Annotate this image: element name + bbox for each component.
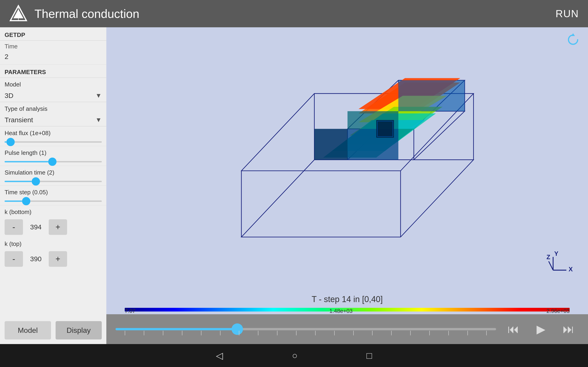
- k-bottom-stepper: - 394 +: [0, 217, 106, 237]
- tick: [467, 331, 468, 335]
- recents-icon: □: [367, 350, 372, 361]
- play-icon: ▶: [536, 323, 545, 336]
- colorbar-labels: 7.07 1.48e+03 2.96e+03: [125, 308, 570, 314]
- k-top-minus[interactable]: -: [5, 251, 23, 267]
- svg-marker-26: [398, 80, 465, 111]
- time-label: Time: [5, 43, 102, 50]
- app-logo: [9, 5, 27, 23]
- tick: [410, 331, 411, 335]
- bottom-buttons: Model Display: [0, 317, 106, 344]
- k-bottom-value: 394: [27, 223, 45, 231]
- time-field-group: Time 2: [0, 41, 106, 65]
- colorbar-min: 7.07: [125, 308, 136, 314]
- analysis-dropdown[interactable]: Transient ▼: [0, 114, 106, 126]
- recents-button[interactable]: □: [367, 350, 372, 361]
- svg-text:X: X: [569, 266, 573, 273]
- model-dropdown-arrow: ▼: [95, 92, 102, 99]
- viz-area: X Z Y: [106, 27, 588, 292]
- heat-flux-track[interactable]: [5, 141, 102, 143]
- pulse-length-fill: [5, 161, 48, 162]
- svg-text:Y: Y: [554, 250, 558, 257]
- analysis-value: Transient: [5, 116, 33, 124]
- svg-text:Z: Z: [546, 254, 550, 261]
- left-panel: GETDP Time 2 PARAMETERS Model 3D ▼ Type …: [0, 27, 106, 344]
- display-button[interactable]: Display: [56, 321, 102, 340]
- time-step-fill: [5, 200, 22, 202]
- tick: [239, 331, 239, 335]
- tick: [220, 331, 221, 335]
- tick-marks: [115, 331, 496, 335]
- sim-time-slider-container: [0, 177, 106, 186]
- colorbar-container: 7.07 1.48e+03 2.96e+03: [106, 305, 588, 314]
- tick: [391, 331, 392, 335]
- tick: [182, 331, 182, 335]
- analysis-dropdown-arrow: ▼: [95, 116, 102, 124]
- tick: [258, 331, 258, 335]
- back-icon: ◁: [216, 350, 223, 361]
- skip-back-icon: ⏮: [508, 323, 519, 336]
- tick: [448, 331, 449, 335]
- sim-time-thumb[interactable]: [32, 177, 40, 186]
- pulse-length-slider-container: [0, 158, 106, 166]
- colorbar-max: 2.96e+03: [546, 308, 570, 314]
- nav-bar: ◁ ○ □: [0, 344, 588, 367]
- run-button[interactable]: RUN: [556, 8, 579, 19]
- skip-forward-icon: ⏭: [563, 323, 574, 336]
- viz-3d: X Z Y: [106, 27, 588, 292]
- time-value: 2: [5, 51, 102, 62]
- k-top-plus[interactable]: +: [49, 251, 67, 267]
- sim-time-fill: [5, 181, 32, 182]
- time-step-label: Time step (0.05): [0, 186, 106, 197]
- main-content: GETDP Time 2 PARAMETERS Model 3D ▼ Type …: [0, 27, 588, 344]
- step-info: T - step 14 in [0,40]: [106, 292, 588, 305]
- tick: [315, 331, 316, 335]
- back-button[interactable]: ◁: [216, 350, 223, 361]
- home-icon: ○: [292, 350, 297, 361]
- progress-fill: [115, 328, 237, 330]
- model-label: Model: [0, 78, 106, 90]
- home-button[interactable]: ○: [292, 350, 297, 361]
- page-title: Thermal conduction: [35, 7, 556, 21]
- model-dropdown[interactable]: 3D ▼: [0, 90, 106, 102]
- k-bottom-minus[interactable]: -: [5, 219, 23, 235]
- tick: [125, 331, 125, 335]
- parameters-header: PARAMETERS: [0, 65, 106, 78]
- getdp-header: GETDP: [0, 27, 106, 41]
- tick: [163, 331, 163, 335]
- time-step-track[interactable]: [5, 200, 102, 202]
- pulse-length-track[interactable]: [5, 161, 102, 162]
- sim-time-label: Simulation time (2): [0, 166, 106, 177]
- k-top-label: k (top): [0, 237, 106, 249]
- tick: [144, 331, 144, 335]
- skip-back-button[interactable]: ⏮: [503, 319, 524, 340]
- svg-rect-28: [376, 120, 394, 138]
- tick: [296, 331, 296, 335]
- k-bottom-label: k (bottom): [0, 205, 106, 217]
- k-top-value: 390: [27, 255, 45, 263]
- tick: [334, 331, 335, 335]
- pulse-length-thumb[interactable]: [48, 158, 57, 166]
- svg-marker-3: [571, 33, 575, 36]
- analysis-label: Type of analysis: [0, 102, 106, 114]
- tick: [372, 331, 372, 335]
- tick: [277, 331, 277, 335]
- heat-flux-thumb[interactable]: [6, 138, 15, 146]
- time-step-slider-container: [0, 197, 106, 205]
- refresh-button[interactable]: [565, 32, 581, 48]
- tick: [429, 331, 430, 335]
- svg-marker-24: [314, 129, 347, 160]
- tick: [353, 331, 354, 335]
- model-value: 3D: [5, 92, 13, 100]
- model-button[interactable]: Model: [5, 321, 51, 340]
- sim-time-track[interactable]: [5, 181, 102, 182]
- k-bottom-plus[interactable]: +: [49, 219, 67, 235]
- colorbar-mid: 1.48e+03: [329, 308, 353, 314]
- time-step-thumb[interactable]: [22, 197, 30, 205]
- progress-track[interactable]: [115, 328, 496, 330]
- pulse-length-label: Pulse length (1): [0, 146, 106, 158]
- heat-flux-fill: [5, 141, 6, 143]
- play-button[interactable]: ▶: [531, 319, 551, 340]
- heat-flux-slider-container: [0, 138, 106, 146]
- playback-bar: ⏮ ▶ ⏭: [106, 314, 588, 344]
- skip-forward-button[interactable]: ⏭: [558, 319, 579, 340]
